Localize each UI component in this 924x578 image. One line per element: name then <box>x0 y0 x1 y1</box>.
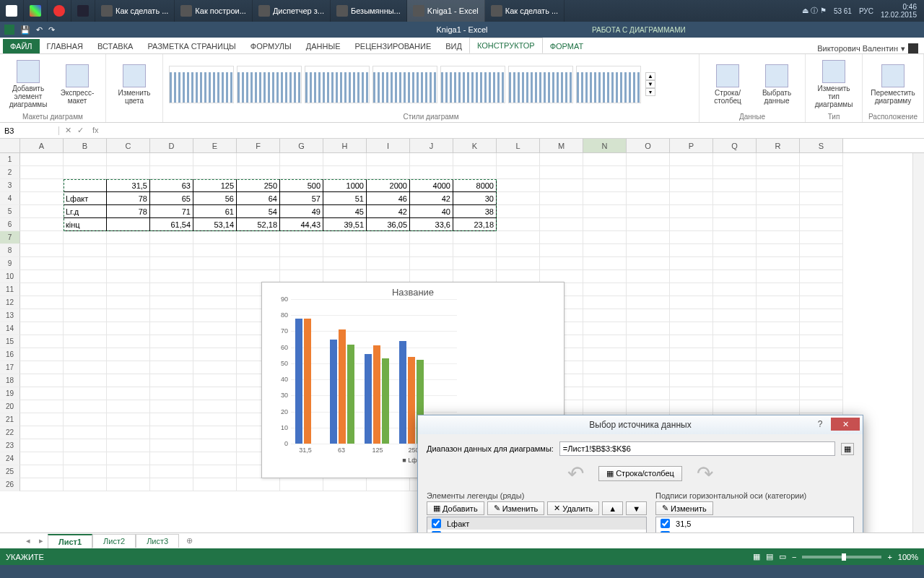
cell[interactable] <box>670 218 713 231</box>
enter-icon[interactable]: ✓ <box>77 126 84 135</box>
cell[interactable] <box>800 296 843 309</box>
view-break-icon[interactable]: ▭ <box>779 552 786 561</box>
cell[interactable]: 61 <box>193 205 237 218</box>
cell[interactable] <box>107 283 150 296</box>
cell[interactable] <box>107 218 150 231</box>
column-header[interactable]: Q <box>713 139 757 152</box>
series-list-item[interactable]: Lг.д <box>427 530 646 532</box>
cell[interactable] <box>540 153 583 166</box>
chart-styles-gallery[interactable] <box>169 66 641 103</box>
cell[interactable] <box>627 244 670 257</box>
cell[interactable]: 45 <box>323 205 367 218</box>
cell[interactable] <box>193 296 237 309</box>
cell[interactable] <box>540 244 583 257</box>
cell[interactable] <box>757 283 800 296</box>
column-header[interactable]: H <box>323 139 367 152</box>
cell[interactable] <box>150 452 193 465</box>
ribbon-tab[interactable]: ДАННЫЕ <box>299 39 348 53</box>
move-chart-button[interactable]: Переместить диаграмму <box>871 64 915 105</box>
cell[interactable] <box>627 387 670 400</box>
cell[interactable] <box>800 231 843 244</box>
cell[interactable] <box>713 231 757 244</box>
sheet-tab[interactable]: Лист3 <box>136 534 179 548</box>
column-header[interactable]: L <box>497 139 540 152</box>
cell[interactable]: 52,18 <box>237 218 280 231</box>
cell[interactable] <box>20 166 64 179</box>
ribbon-tab[interactable]: ГЛАВНАЯ <box>40 39 90 53</box>
column-header[interactable]: J <box>410 139 453 152</box>
cell[interactable] <box>64 465 107 478</box>
cell[interactable] <box>713 153 757 166</box>
cell[interactable] <box>713 335 757 348</box>
cell[interactable] <box>583 179 627 192</box>
cell[interactable]: 30 <box>453 192 497 205</box>
row-header[interactable]: 11 <box>0 283 20 296</box>
cell[interactable]: 250 <box>237 179 280 192</box>
cell[interactable] <box>670 400 713 413</box>
cell[interactable] <box>107 244 150 257</box>
cell[interactable] <box>670 270 713 283</box>
cell[interactable] <box>20 387 64 400</box>
cell[interactable] <box>280 244 323 257</box>
cell[interactable] <box>64 387 107 400</box>
row-header[interactable]: 21 <box>0 413 20 426</box>
ribbon-tab[interactable]: ФОРМУЛЫ <box>243 39 299 53</box>
cell[interactable] <box>107 309 150 322</box>
sheet-tab[interactable]: Лист2 <box>92 534 136 548</box>
cell[interactable] <box>757 153 800 166</box>
cell[interactable] <box>150 426 193 439</box>
cell[interactable] <box>193 452 237 465</box>
cell[interactable]: 63 <box>150 179 193 192</box>
gallery-scroll[interactable]: ▲▼▾ <box>645 72 655 96</box>
cell[interactable] <box>64 166 107 179</box>
cell[interactable] <box>583 205 627 218</box>
range-picker-icon[interactable]: ▦ <box>841 443 854 455</box>
cell[interactable] <box>540 257 583 270</box>
chart-data-range-input[interactable] <box>559 441 835 456</box>
ribbon-context-tab[interactable]: ФОРМАТ <box>543 39 591 53</box>
tray-lang[interactable]: РУС <box>859 7 873 15</box>
column-header[interactable]: R <box>757 139 800 152</box>
taskbar-apps[interactable] <box>24 0 48 22</box>
taskbar-item[interactable]: Как сделать ... <box>485 0 565 22</box>
cell[interactable] <box>713 283 757 296</box>
cell[interactable] <box>453 244 497 257</box>
cell[interactable] <box>107 335 150 348</box>
row-header[interactable]: 4 <box>0 192 20 205</box>
switch-row-column-button[interactable]: Строка/столбец <box>705 64 750 105</box>
cell[interactable] <box>20 452 64 465</box>
edit-series-button[interactable]: ✎ Изменить <box>487 501 545 515</box>
cell[interactable] <box>323 231 367 244</box>
dialog-titlebar[interactable]: Выбор источника данных ? ✕ <box>418 415 863 434</box>
cell[interactable] <box>713 257 757 270</box>
cell[interactable] <box>757 192 800 205</box>
cell[interactable] <box>64 413 107 426</box>
cell[interactable] <box>20 283 64 296</box>
cell[interactable] <box>193 465 237 478</box>
cell[interactable]: 2000 <box>367 179 410 192</box>
taskbar-opera[interactable] <box>48 0 71 22</box>
cell[interactable] <box>150 439 193 452</box>
cell[interactable] <box>627 257 670 270</box>
cell[interactable] <box>107 426 150 439</box>
column-header[interactable]: A <box>20 139 64 152</box>
cell[interactable] <box>20 426 64 439</box>
cell[interactable] <box>627 400 670 413</box>
cell[interactable]: кінц <box>64 218 107 231</box>
cell[interactable] <box>107 257 150 270</box>
fx-icon[interactable]: fx <box>90 126 99 135</box>
row-header[interactable]: 25 <box>0 465 20 478</box>
cell[interactable] <box>323 257 367 270</box>
row-header[interactable]: 20 <box>0 400 20 413</box>
cell[interactable]: 42 <box>367 205 410 218</box>
cell[interactable] <box>670 283 713 296</box>
row-header[interactable]: 9 <box>0 257 20 270</box>
cell[interactable] <box>20 153 64 166</box>
cell[interactable] <box>193 153 237 166</box>
sheet-nav-last-icon[interactable]: ▸ <box>35 536 48 545</box>
signed-in-user[interactable]: Викторович Валентин▾ <box>817 43 924 53</box>
cell[interactable] <box>713 374 757 387</box>
cell[interactable] <box>800 218 843 231</box>
cell[interactable] <box>20 439 64 452</box>
cell[interactable] <box>20 400 64 413</box>
